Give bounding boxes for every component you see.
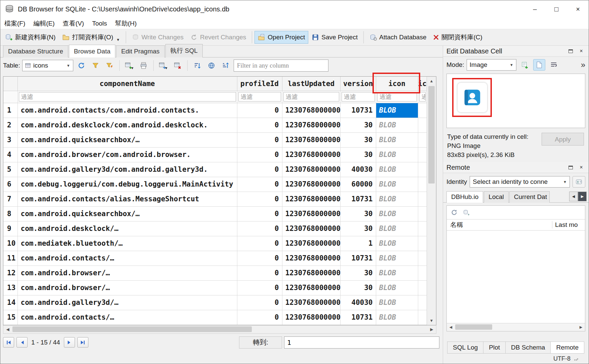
cell-icon-blob[interactable]: BLOB [376, 251, 418, 266]
vertical-scrollbar[interactable]: ▲ ▼ [427, 77, 436, 325]
cell-version[interactable]: 40030 [340, 162, 376, 177]
cell-profileId[interactable]: 0 [237, 295, 282, 310]
first-record-button[interactable] [3, 337, 14, 348]
cell-lastUpdated[interactable]: 1230768000000 [282, 177, 340, 192]
cell-icon-blob[interactable]: BLOB [376, 162, 418, 177]
table-select[interactable]: icons ▼ [22, 60, 73, 71]
import-data-button[interactable] [519, 59, 531, 71]
cell-componentName[interactable]: com.android.contacts/… [17, 310, 237, 325]
scrollbar-thumb[interactable] [12, 326, 252, 332]
cell-componentName[interactable]: com.android.quicksearchbox/… [17, 132, 237, 147]
filter-input-profileId[interactable]: 過濾 [238, 92, 281, 102]
tab-database-structure[interactable]: Database Structure [3, 45, 68, 57]
cell-icon-blob[interactable]: BLOB [376, 192, 418, 206]
new-database-button[interactable]: 新建資料庫(N) [2, 30, 59, 44]
cell-partial[interactable] [418, 310, 427, 325]
cell-profileId[interactable]: 0 [237, 206, 282, 221]
cell-componentName[interactable]: com.android.contacts/alias.MessageShortc… [17, 192, 237, 206]
cell-version[interactable]: 30 [340, 266, 376, 280]
cell-componentName[interactable]: com.android.contacts/… [17, 251, 237, 266]
dock-tab-plot[interactable]: Plot [483, 341, 506, 354]
cell-profileId[interactable]: 0 [237, 251, 282, 266]
tab-scroll-left-icon[interactable]: ◀ [569, 192, 578, 201]
cell-lastUpdated[interactable]: 1230768000000 [282, 118, 340, 132]
cell-componentName[interactable]: com.android.deskclock/com.android.deskcl… [17, 118, 237, 132]
cell-version[interactable]: 10731 [340, 310, 376, 325]
cell-componentName[interactable]: com.android.quicksearchbox/… [17, 206, 237, 221]
cell-icon-blob[interactable]: BLOB [376, 132, 418, 147]
cell-partial[interactable] [418, 147, 427, 162]
encoding-globe-button[interactable] [205, 59, 218, 72]
close-database-button[interactable]: 關閉資料庫(C) [430, 30, 485, 44]
tab-execute-sql[interactable]: 執行 SQL [165, 44, 203, 57]
revert-changes-button[interactable]: Revert Changes [187, 31, 249, 44]
new-record-button[interactable]: ▼ [123, 59, 135, 72]
cell-partial[interactable] [418, 192, 427, 206]
maximize-button[interactable]: □ [546, 0, 567, 18]
save-project-button[interactable]: Save Project [308, 31, 361, 44]
sort-ascending-button[interactable] [191, 59, 203, 72]
cell-profileId[interactable]: 0 [237, 162, 282, 177]
scroll-right-icon[interactable]: ▶ [427, 325, 436, 333]
cell-partial[interactable] [418, 177, 427, 192]
sort-descending-button[interactable] [220, 59, 232, 72]
scrollbar-thumb[interactable] [428, 86, 435, 184]
word-wrap-button[interactable] [548, 59, 560, 71]
cell-icon-blob[interactable]: BLOB [376, 147, 418, 162]
cell-version[interactable]: 10731 [340, 251, 376, 266]
cell-version[interactable]: 10731 [340, 103, 376, 118]
remote-refresh-button[interactable] [451, 209, 458, 216]
delete-record-button[interactable] [171, 59, 184, 72]
remote-tab-current-database[interactable]: Current Dat [509, 191, 550, 203]
resize-grip-icon[interactable] [574, 356, 579, 361]
scroll-left-icon[interactable]: ◀ [3, 325, 12, 333]
import-identity-button[interactable] [573, 176, 585, 188]
cell-lastUpdated[interactable]: 1230768000000 [282, 132, 340, 147]
cell-componentName[interactable]: com.android.deskclock/… [17, 221, 237, 236]
cell-profileId[interactable]: 0 [237, 221, 282, 236]
cell-lastUpdated[interactable]: 1230768000000 [282, 295, 340, 310]
goto-record-input[interactable] [284, 336, 439, 349]
cell-lastUpdated[interactable]: 1230768000000 [282, 147, 340, 162]
tab-browse-data[interactable]: Browse Data [69, 45, 116, 57]
menu-file[interactable]: 檔案(F) [0, 18, 29, 29]
close-panel-icon[interactable]: × [577, 47, 585, 55]
cell-version[interactable]: 30 [340, 280, 376, 295]
cell-icon-blob[interactable]: BLOB [376, 177, 418, 192]
next-record-button[interactable] [64, 337, 75, 348]
filter-input-version[interactable]: 過濾 [342, 92, 375, 102]
write-changes-button[interactable]: Write Changes [128, 31, 187, 44]
remote-table-body[interactable] [447, 231, 585, 323]
cell-icon-blob[interactable]: BLOB [376, 295, 418, 310]
cell-lastUpdated[interactable]: 1230768000000 [282, 221, 340, 236]
close-button[interactable]: × [567, 0, 589, 18]
cell-partial[interactable] [418, 206, 427, 221]
row-number[interactable]: 2 [3, 118, 17, 132]
filter-input-icon[interactable]: 過濾 [377, 92, 417, 102]
remote-clone-button[interactable] [463, 209, 470, 216]
cell-icon-blob[interactable]: BLOB [376, 103, 418, 118]
cell-profileId[interactable]: 0 [237, 103, 282, 118]
cell-componentName[interactable]: com.android.browser/com.android.browser. [17, 147, 237, 162]
row-number[interactable]: 1 [3, 103, 17, 118]
open-project-button[interactable]: Open Project [254, 31, 308, 44]
cell-partial[interactable] [418, 295, 427, 310]
cell-componentName[interactable]: com.android.gallery3d/… [17, 295, 237, 310]
cell-profileId[interactable]: 0 [237, 147, 282, 162]
menu-edit[interactable]: 編輯(E) [29, 18, 58, 29]
column-header-version[interactable]: version [340, 77, 376, 91]
dock-tab-sql-log[interactable]: SQL Log [447, 341, 483, 354]
panel-overflow-icon[interactable]: » [581, 60, 585, 70]
cell-lastUpdated[interactable]: 1230768000000 [282, 162, 340, 177]
cell-image-preview[interactable] [446, 74, 585, 128]
corner-header[interactable] [3, 77, 17, 91]
cell-lastUpdated[interactable]: 1230768000000 [282, 236, 340, 251]
filter-input-lastUpdated[interactable]: 過濾 [283, 92, 339, 102]
dock-tab-remote[interactable]: Remote [550, 341, 584, 354]
cell-componentName[interactable]: com.android.browser/… [17, 280, 237, 295]
cell-lastUpdated[interactable]: 1230768000000 [282, 251, 340, 266]
export-record-button[interactable]: ▼ [157, 59, 169, 72]
filter-input-partial[interactable]: 過濾 [419, 92, 426, 102]
cell-profileId[interactable]: 0 [237, 118, 282, 132]
cell-version[interactable]: 30 [340, 206, 376, 221]
